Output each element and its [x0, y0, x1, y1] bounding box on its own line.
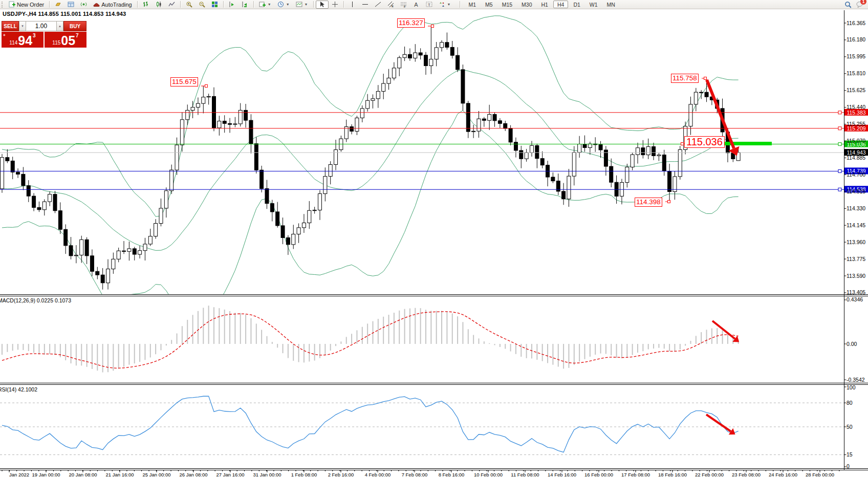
time-axis-label: 4 Feb 00:00 — [365, 472, 391, 477]
autotrading-label: AutoTrading — [101, 2, 132, 8]
arrows-icon — [439, 1, 445, 8]
chart-annotations[interactable] — [201, 25, 772, 435]
time-axis-label: 18 Feb 16:00 — [658, 472, 687, 477]
crosshair-tool-button[interactable] — [329, 1, 341, 9]
text-label-tool-button[interactable]: T — [423, 1, 436, 9]
timeframe-group: M1M5M15M30H1H4D1W1MN — [464, 1, 619, 8]
arrows-tool-button[interactable]: ▼ — [436, 1, 454, 9]
bar-chart-type-button[interactable] — [140, 1, 153, 9]
svg-text:116.365: 116.365 — [847, 20, 865, 26]
macd-axis: 0.43460.00-0.3542 — [844, 296, 865, 382]
line-chart-type-button[interactable] — [165, 1, 178, 9]
price-annotation-label[interactable]: 114.398 — [635, 198, 662, 207]
text-label-icon: T — [426, 1, 432, 8]
time-axis-label: 23 Feb 08:00 — [732, 472, 761, 477]
equidistant-channel-tool-button[interactable]: E — [384, 1, 397, 9]
svg-text:115.383: 115.383 — [847, 110, 865, 116]
toolbar-grip[interactable] — [2, 2, 4, 8]
volume-input[interactable] — [26, 21, 56, 31]
svg-text:113.590: 113.590 — [847, 273, 865, 279]
price-annotation-label[interactable]: 116.327 — [397, 18, 425, 28]
collapse-diamond-icon[interactable]: ◆ — [3, 33, 6, 35]
signal-icon — [80, 1, 87, 8]
timeframe-button-M5[interactable]: M5 — [481, 1, 497, 8]
zoom-out-icon — [199, 1, 205, 8]
fibonacci-tool-button[interactable]: F — [397, 1, 410, 9]
indicator-window-remove-button[interactable] — [238, 1, 251, 9]
trendline-tool-button[interactable] — [372, 1, 384, 9]
autotrading-button[interactable]: AutoTrading — [90, 1, 135, 9]
timeframe-button-W1[interactable]: W1 — [585, 1, 602, 8]
new-order-button[interactable]: New Order — [6, 1, 47, 9]
tile-windows-button[interactable] — [208, 1, 221, 9]
add-indicator-button[interactable]: ▼ — [256, 1, 274, 9]
timeframe-button-M15[interactable]: M15 — [498, 1, 516, 8]
time-axis-label: 19 Jan 00:00 — [32, 472, 60, 477]
svg-text:113.775: 113.775 — [847, 256, 865, 262]
add-indicator-icon — [259, 1, 266, 8]
time-axis-label: 1 Feb 08:00 — [291, 472, 317, 477]
timeframe-button-H1[interactable]: H1 — [537, 1, 552, 8]
cursor-icon — [319, 1, 326, 8]
zoom-in-button[interactable] — [183, 1, 196, 9]
market-depth-button[interactable] — [64, 1, 77, 9]
price-annotation-label[interactable]: 115.758 — [671, 74, 699, 83]
svg-text:115.440: 115.440 — [847, 104, 865, 110]
svg-text:F: F — [404, 5, 406, 8]
timeframe-button-D1[interactable]: D1 — [569, 1, 584, 8]
candlestick-chart-type-button[interactable] — [153, 1, 165, 9]
rsi-panel — [0, 396, 844, 455]
vertical-line-tool-button[interactable] — [346, 1, 359, 9]
rsi-indicator-label: RSI(14) 42.1002 — [0, 386, 37, 393]
svg-text:114.885: 114.885 — [847, 155, 865, 161]
gold-chart-button[interactable] — [52, 1, 64, 9]
time-axis-label: 10 Feb 00:00 — [474, 472, 503, 477]
sell-price-display[interactable]: ◆ 114 94 3 — [2, 32, 44, 48]
time-axis-label: 21 Jan 16:00 — [106, 472, 134, 477]
horizontal-line-tool-button[interactable] — [359, 1, 372, 9]
buy-button[interactable]: BUY — [63, 21, 86, 31]
sell-button[interactable]: SELL — [2, 21, 19, 31]
periods-button[interactable]: ▼ — [274, 1, 293, 9]
svg-text:T: T — [428, 3, 430, 7]
price-annotation-label[interactable]: 115.675 — [170, 77, 198, 86]
svg-text:116.180: 116.180 — [847, 36, 865, 42]
volume-decrease-button[interactable]: ▼ — [19, 21, 26, 31]
svg-text:100: 100 — [847, 384, 856, 390]
time-axis-label: 16 Feb 00:00 — [584, 472, 613, 477]
signals-button[interactable] — [77, 1, 90, 9]
panel-separators[interactable] — [0, 295, 868, 470]
time-axis-label: 25 Jan 00:00 — [143, 472, 171, 477]
one-click-trading-panel: SELL ▼ ▲ BUY ◆ 114 94 3 115 05 7 — [2, 21, 88, 48]
time-axis-label: Jan 2022 — [9, 472, 29, 477]
zoom-out-button[interactable] — [196, 1, 208, 9]
price-chart-canvas[interactable]: 115.383115.209115.036114.943114.739114.5… — [0, 0, 868, 479]
candlestick-icon — [156, 1, 162, 8]
templates-button[interactable]: ▼ — [293, 1, 311, 9]
timeframe-button-MN[interactable]: MN — [603, 1, 619, 8]
svg-text:113.960: 113.960 — [847, 239, 865, 245]
timeframe-button-M1[interactable]: M1 — [464, 1, 480, 8]
timeframe-button-M30[interactable]: M30 — [517, 1, 536, 8]
candles — [1, 27, 741, 290]
red-trend-arrow — [712, 321, 735, 339]
svg-text:114.145: 114.145 — [847, 222, 865, 228]
notification-count-badge: 1 — [860, 0, 866, 5]
new-order-icon — [9, 1, 15, 8]
notifications-icon[interactable]: 1 — [856, 1, 863, 8]
buy-price-display[interactable]: 115 05 7 — [45, 32, 86, 48]
volume-increase-button[interactable]: ▲ — [56, 21, 63, 31]
search-icon[interactable] — [844, 1, 851, 8]
cursor-tool-button[interactable] — [316, 1, 329, 9]
text-tool-button[interactable]: A — [410, 1, 423, 9]
time-axis-label: 27 Jan 16:00 — [216, 472, 245, 477]
zoom-in-icon — [186, 1, 192, 8]
svg-text:115.255: 115.255 — [847, 121, 865, 127]
price-annotation-label[interactable]: 115.036 — [684, 136, 725, 148]
indicator-window-button[interactable] — [226, 1, 238, 9]
crosshair-icon — [332, 1, 338, 8]
time-axis-label: 7 Feb 08:00 — [402, 472, 428, 477]
timeframe-button-H4[interactable]: H4 — [553, 1, 568, 8]
indicator-window-icon — [229, 1, 235, 8]
buy-price-big: 05 — [61, 35, 75, 47]
